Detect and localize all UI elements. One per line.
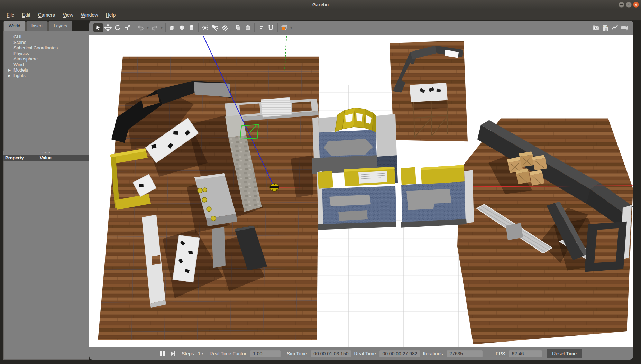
gray-panel[interactable]	[212, 227, 226, 268]
menu-camera[interactable]: Camera	[34, 9, 59, 20]
copy-button[interactable]	[233, 23, 243, 32]
copy-icon	[234, 24, 242, 31]
log-record-button[interactable]: LOG	[601, 23, 610, 32]
window-title: Gazebo	[312, 2, 329, 7]
wall-sign	[358, 171, 387, 184]
rtf-value-field: 1.00	[250, 350, 281, 357]
value-column-header[interactable]: Value	[40, 155, 89, 161]
select-tool-button[interactable]	[93, 23, 103, 32]
log-file-icon: LOG	[601, 24, 610, 32]
property-table-header: Property Value	[3, 155, 89, 161]
point-light-button[interactable]	[200, 23, 210, 32]
toolbar-separator	[277, 23, 278, 32]
move-icon	[104, 24, 112, 31]
tree-item-wind[interactable]: Wind	[4, 62, 89, 67]
gray-table[interactable]	[338, 210, 368, 221]
close-button[interactable]: ✕	[633, 2, 639, 8]
expand-arrow-icon[interactable]: ▶	[8, 73, 11, 78]
toolbar-separator	[254, 23, 255, 32]
steps-value[interactable]: 1	[198, 351, 201, 356]
menu-window[interactable]: Window	[77, 9, 102, 20]
point-light-icon	[201, 24, 209, 31]
tree-item-atmosphere[interactable]: Atmosphere	[4, 56, 89, 62]
tree-item-models[interactable]: ▶Models	[4, 67, 89, 73]
paste-button[interactable]	[243, 23, 253, 32]
snap-magnet-icon	[267, 24, 275, 31]
spot-light-button[interactable]	[210, 23, 220, 32]
menu-view[interactable]: View	[59, 9, 77, 20]
menu-edit[interactable]: Edit	[18, 9, 34, 20]
blue-carpet	[318, 186, 396, 226]
maximize-button[interactable]: ▫	[626, 2, 632, 8]
render-viewport-3d[interactable]	[89, 35, 633, 347]
align-icon	[257, 24, 265, 31]
insert-box-button[interactable]	[167, 23, 177, 32]
rotate-icon	[114, 24, 121, 31]
tree-item-gui[interactable]: GUI	[4, 34, 89, 39]
reset-time-button[interactable]: Reset Time	[547, 349, 582, 358]
snap-button[interactable]	[266, 23, 276, 32]
minimize-button[interactable]: —	[619, 2, 624, 8]
turtlebot-robot[interactable]	[270, 184, 279, 191]
directional-light-button[interactable]	[220, 23, 229, 32]
pause-button[interactable]	[160, 351, 165, 356]
stairs-ramp[interactable]	[261, 97, 292, 118]
undo-history-dropdown[interactable]: ▾	[146, 26, 150, 30]
step-button[interactable]	[171, 351, 175, 356]
screenshot-button[interactable]	[591, 23, 601, 32]
gray-couch[interactable]	[324, 139, 373, 156]
scale-icon	[123, 24, 131, 31]
directional-light-icon	[221, 24, 228, 31]
scene-canvas	[89, 35, 633, 347]
align-button[interactable]	[256, 23, 266, 32]
property-table-body[interactable]	[3, 161, 89, 360]
steps-spinner-icon[interactable]: ▾	[202, 352, 203, 355]
fps-value-field: 62.46	[509, 350, 542, 357]
expand-arrow-icon[interactable]: ▶	[8, 68, 11, 73]
menu-file[interactable]: File	[3, 9, 18, 20]
redo-history-dropdown[interactable]: ▾	[159, 26, 164, 30]
lounge-room-left[interactable]	[317, 167, 396, 230]
scale-tool-button[interactable]	[122, 23, 132, 32]
property-column-header[interactable]: Property	[3, 155, 40, 161]
undo-icon	[137, 24, 145, 31]
sim-time-value-field: 00 00:01:03.150	[311, 350, 351, 357]
undo-button[interactable]	[136, 23, 146, 32]
toolbar-separator	[231, 23, 231, 32]
step-icon	[171, 351, 174, 356]
tab-insert[interactable]: Insert	[26, 21, 48, 31]
insert-nested-model-button[interactable]	[280, 23, 289, 32]
iterations-label: Iterations:	[423, 351, 444, 356]
menu-help[interactable]: Help	[102, 9, 119, 20]
tree-item-physics[interactable]: Physics	[4, 51, 89, 56]
sim-time-label: Sim Time:	[287, 351, 308, 356]
tree-item-scene[interactable]: Scene	[4, 40, 89, 45]
plot-button[interactable]	[610, 23, 620, 32]
toolbar-separator	[165, 23, 166, 32]
rotate-tool-button[interactable]	[113, 23, 122, 32]
video-camera-icon	[620, 24, 629, 31]
maximize-icon: ▫	[626, 2, 631, 7]
tree-item-lights[interactable]: ▶Lights	[4, 73, 89, 78]
plot-icon	[611, 24, 619, 31]
translate-tool-button[interactable]	[103, 23, 113, 32]
panel-splitter[interactable]: ······	[3, 151, 89, 155]
pause-icon	[160, 351, 162, 356]
box-icon	[168, 24, 176, 31]
insert-cylinder-button[interactable]	[187, 23, 196, 32]
insert-sphere-button[interactable]	[177, 23, 187, 32]
tab-world[interactable]: World	[3, 21, 26, 31]
fps-label: FPS:	[496, 351, 506, 356]
video-record-button[interactable]	[620, 23, 630, 32]
toolbar-right-group: LOG	[591, 21, 630, 35]
world-tree: GUI Scene Spherical Coordinates Physics …	[3, 31, 89, 151]
gazebo-window: { "window": { "title": "Gazebo", "minimi…	[0, 0, 641, 364]
lounge-room-right[interactable]	[401, 165, 474, 228]
title-bar[interactable]: Gazebo — ▫ ✕	[0, 0, 641, 9]
tree-item-spherical-coordinates[interactable]: Spherical Coordinates	[4, 45, 89, 50]
minimize-icon: —	[619, 2, 624, 7]
tab-layers[interactable]: Layers	[48, 21, 72, 31]
insert-model-dropdown[interactable]: ▾	[289, 26, 293, 30]
gray-couch[interactable]	[329, 195, 371, 206]
redo-button[interactable]	[150, 23, 159, 32]
